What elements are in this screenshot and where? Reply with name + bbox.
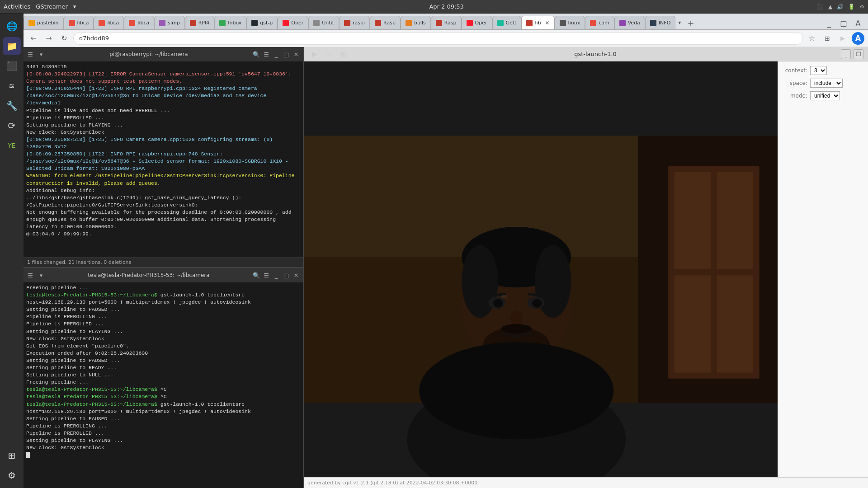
- terminal-menu-btn-2[interactable]: ▾: [37, 271, 45, 279]
- mode-select[interactable]: unified split: [810, 91, 840, 100]
- gst-titlebar: ▶ ☆ ⊞ gst-launch-1.0 _ ❐: [304, 47, 868, 61]
- tab-gstp[interactable]: gst-p: [246, 16, 278, 29]
- address-bar-area: ← → ↻ d7bddd89 ☆ ⊞ ▶ A: [24, 30, 868, 47]
- settings-icon[interactable]: ⚙: [859, 4, 864, 10]
- gst-minimize-btn[interactable]: _: [841, 49, 851, 59]
- sidebar-item-extensions[interactable]: 🔧: [3, 97, 21, 115]
- tab-favicon-info: [650, 20, 656, 26]
- tab-lib2[interactable]: libca: [94, 16, 124, 29]
- terminal-line: Freeing pipeline ...: [26, 284, 300, 291]
- svg-point-21: [510, 310, 523, 325]
- gst-restore-btn[interactable]: ❐: [854, 49, 863, 59]
- tab-favicon-veda: [619, 20, 626, 26]
- tab-favicon-bulls: [406, 20, 412, 26]
- terminal-line: New clock: GstSystemClock: [26, 444, 300, 451]
- terminal-line: ../libs/gst/base/gstbasesink.c(1249): gs…: [26, 194, 300, 209]
- sidebar-item-settings[interactable]: ⚙: [3, 466, 21, 484]
- activities-label[interactable]: Activities: [4, 3, 30, 10]
- sidebar-item-ye[interactable]: YE: [3, 136, 21, 155]
- gst-bookmark-btn[interactable]: ☆: [323, 48, 335, 61]
- browser-sidebar-toggle[interactable]: ⊞: [821, 32, 834, 45]
- tab-gett[interactable]: Gett: [492, 16, 522, 29]
- terminal-line: [0:08:09.255887513] [1725] INFO Camera c…: [26, 136, 300, 150]
- terminal-minimize-btn-1[interactable]: _: [272, 50, 280, 58]
- play-button[interactable]: ▶: [836, 32, 849, 45]
- new-tab-button[interactable]: +: [684, 16, 698, 29]
- tab-info[interactable]: INFO: [645, 16, 675, 29]
- tabs-overflow-btn[interactable]: ▾: [675, 16, 684, 29]
- tab-raspi[interactable]: raspi: [339, 16, 370, 29]
- terminal-controls-1: 🔍 ☰ _ □ ✕: [252, 50, 300, 58]
- tab-veda[interactable]: Veda: [614, 16, 645, 29]
- tab-favicon-raspi: [344, 20, 350, 26]
- space-select[interactable]: include exclude: [810, 79, 843, 88]
- sidebar-item-files[interactable]: 🌐: [3, 17, 21, 35]
- tab-untit[interactable]: Untit: [308, 16, 339, 29]
- bookmark-button[interactable]: ☆: [806, 32, 818, 45]
- context-label: context:: [783, 67, 807, 74]
- terminal-search-btn-2[interactable]: 🔍: [252, 271, 260, 279]
- tab-linux[interactable]: linux: [555, 16, 585, 29]
- tab-close-lib[interactable]: ✕: [545, 20, 550, 26]
- tab-oper2[interactable]: Oper: [462, 16, 492, 29]
- terminal-line: Setting pipeline to PLAYING ...: [26, 122, 300, 129]
- mode-label: mode:: [783, 93, 807, 99]
- terminal-close-btn-1[interactable]: ✕: [292, 50, 300, 58]
- sidebar-item-browser[interactable]: 📁: [3, 37, 21, 55]
- terminal-close-btn-2[interactable]: ✕: [292, 271, 300, 279]
- tab-label-untit: Untit: [322, 20, 334, 26]
- tab-lib-active[interactable]: lib ✕: [521, 16, 554, 29]
- tab-favicon-rpi: [190, 20, 196, 26]
- terminal-maximize-btn-1[interactable]: □: [282, 50, 290, 58]
- browser-close-btn[interactable]: A: [852, 17, 864, 29]
- volume-icon: 🔊: [837, 4, 844, 10]
- space-label: space:: [783, 80, 807, 86]
- terminal-body-2[interactable]: Freeing pipeline ... tesla@tesla-Predato…: [24, 282, 303, 488]
- gst-sidebar-btn[interactable]: ⊞: [337, 48, 350, 61]
- terminal-minimize-btn-2[interactable]: _: [272, 271, 280, 279]
- forward-button[interactable]: →: [42, 32, 55, 45]
- tab-rpi[interactable]: RPI4: [185, 16, 215, 29]
- terminal-line: Pipeline is PREROLLING ...: [26, 313, 300, 320]
- terminal-menu-btn-2b[interactable]: ☰: [262, 271, 270, 279]
- terminal-line: tesla@tesla-Predator-PH315-53:~/libcamer…: [26, 386, 300, 393]
- tab-favicon-lib1: [69, 20, 75, 26]
- tab-label-raspi: raspi: [353, 20, 365, 26]
- terminal-body-1[interactable]: 3461-54398c15 [0:08:08.894022973] [1722]…: [24, 61, 303, 257]
- reload-button[interactable]: ↻: [58, 32, 71, 45]
- context-select[interactable]: 3: [810, 66, 827, 75]
- gst-left-controls: ▶ ☆ ⊞: [308, 48, 350, 61]
- terminal-search-btn-1[interactable]: 🔍: [252, 50, 260, 58]
- gst-play-btn[interactable]: ▶: [308, 48, 321, 61]
- terminal-line: New clock: GstSystemClock: [26, 129, 300, 136]
- tab-simp[interactable]: simp: [154, 16, 185, 29]
- browser-sidebar: context: 3 space: include exclude mode: [778, 61, 868, 477]
- sidebar-item-vscode[interactable]: ⬛: [3, 57, 21, 75]
- terminal-maximize-btn-2[interactable]: □: [282, 271, 290, 279]
- address-input[interactable]: d7bddd89: [73, 32, 803, 45]
- tab-bulls[interactable]: bulls: [401, 16, 431, 29]
- terminal-cursor-line: [26, 451, 300, 459]
- profile-button[interactable]: A: [852, 32, 864, 45]
- terminal-icon-1: ☰: [26, 50, 34, 58]
- terminal-menu-btn-1b[interactable]: ☰: [262, 50, 270, 58]
- tab-inbox[interactable]: Inbox: [214, 16, 246, 29]
- tab-oper1[interactable]: Oper: [278, 16, 308, 29]
- terminal-line: @:03:04.0 / 99:99:99.: [26, 230, 300, 238]
- terminal-menu-btn-1[interactable]: ▾: [37, 50, 45, 58]
- back-button[interactable]: ←: [27, 32, 40, 45]
- app-label[interactable]: GStreamer: [36, 3, 67, 10]
- browser-minimize-btn[interactable]: _: [823, 17, 835, 29]
- tab-lib3[interactable]: libca: [124, 16, 154, 29]
- tab-cam[interactable]: cam: [585, 16, 614, 29]
- browser-maximize-btn[interactable]: □: [837, 17, 850, 29]
- tab-rasp2[interactable]: Rasp: [370, 16, 401, 29]
- tab-label-rpi: RPI4: [198, 20, 210, 26]
- tab-rasp3[interactable]: Rasp: [431, 16, 462, 29]
- sidebar-item-remote[interactable]: ≋: [3, 77, 21, 95]
- gst-window: ▶ ☆ ⊞ gst-launch-1.0 _ ❐: [304, 47, 868, 488]
- tab-lib1[interactable]: libca: [64, 16, 94, 29]
- sidebar-item-apps[interactable]: ⊞: [3, 446, 21, 465]
- tab-pastebin[interactable]: pastebin: [24, 16, 64, 29]
- sidebar-item-git[interactable]: ⟳: [3, 117, 21, 135]
